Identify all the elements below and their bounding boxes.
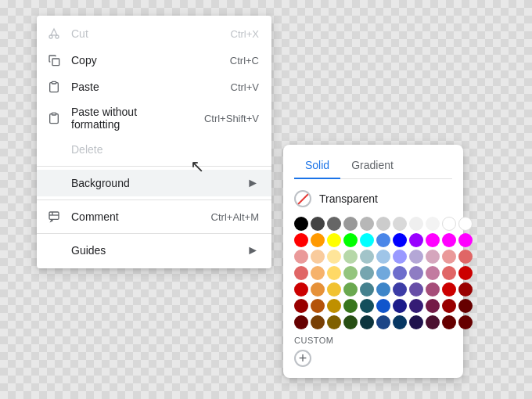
- color-dot[interactable]: [426, 299, 440, 313]
- background-arrow-icon: ►: [246, 176, 259, 190]
- menu-item-background[interactable]: Background ►: [37, 170, 271, 196]
- color-dot[interactable]: [360, 282, 374, 297]
- color-dot[interactable]: [393, 266, 407, 280]
- color-dot[interactable]: [458, 266, 473, 280]
- color-dot[interactable]: [426, 266, 440, 280]
- color-dot[interactable]: [376, 233, 390, 247]
- paste-no-format-label: Paste without formatting: [71, 106, 185, 131]
- color-dot[interactable]: [458, 233, 473, 247]
- color-dot[interactable]: [294, 315, 308, 329]
- custom-add-button[interactable]: +: [294, 350, 311, 367]
- color-dot[interactable]: [393, 315, 407, 329]
- paste-icon: [46, 79, 62, 95]
- color-dot[interactable]: [393, 299, 407, 313]
- svg-rect-5: [52, 113, 56, 115]
- color-dot[interactable]: [442, 315, 456, 329]
- color-dot[interactable]: [360, 233, 374, 247]
- color-dot[interactable]: [294, 250, 308, 264]
- menu-item-cut[interactable]: Cut Ctrl+X: [37, 20, 271, 47]
- color-dot[interactable]: [327, 266, 341, 280]
- color-dot[interactable]: [409, 217, 423, 231]
- color-dot[interactable]: [327, 315, 341, 329]
- color-dot[interactable]: [393, 250, 407, 264]
- color-dot[interactable]: [393, 282, 407, 297]
- svg-point-1: [56, 35, 59, 38]
- color-dot[interactable]: [327, 282, 341, 297]
- color-dot[interactable]: [294, 217, 308, 231]
- menu-item-copy[interactable]: Copy Ctrl+C: [37, 47, 271, 74]
- color-dot[interactable]: [426, 250, 440, 264]
- menu-item-comment[interactable]: Comment Ctrl+Alt+M: [37, 203, 271, 230]
- color-dot[interactable]: [343, 266, 358, 280]
- menu-item-guides[interactable]: Guides ►: [37, 237, 271, 264]
- color-dot[interactable]: [311, 266, 325, 280]
- color-dot[interactable]: [458, 299, 473, 313]
- tab-solid[interactable]: Solid: [294, 154, 340, 179]
- color-dot[interactable]: [294, 266, 308, 280]
- color-dot[interactable]: [343, 315, 358, 329]
- color-dot[interactable]: [294, 233, 308, 247]
- menu-divider-2: [37, 200, 271, 200]
- color-dot[interactable]: [327, 217, 341, 231]
- color-dot[interactable]: [311, 250, 325, 264]
- menu-item-paste-no-format[interactable]: Paste without formatting Ctrl+Shift+V: [37, 100, 271, 136]
- color-dot[interactable]: [409, 250, 423, 264]
- color-dot[interactable]: [442, 266, 456, 280]
- svg-rect-3: [52, 59, 59, 66]
- color-dot[interactable]: [426, 315, 440, 329]
- color-dot[interactable]: [409, 233, 423, 247]
- color-dot[interactable]: [311, 217, 325, 231]
- color-dot[interactable]: [458, 250, 473, 264]
- color-dot[interactable]: [311, 299, 325, 313]
- comment-shortcut: Ctrl+Alt+M: [211, 211, 259, 223]
- color-dot[interactable]: [376, 266, 390, 280]
- color-dot[interactable]: [360, 217, 374, 231]
- color-dot[interactable]: [376, 217, 390, 231]
- color-dot[interactable]: [360, 299, 374, 313]
- color-dot[interactable]: [376, 315, 390, 329]
- color-dot[interactable]: [458, 282, 473, 297]
- color-dot[interactable]: [360, 315, 374, 329]
- color-dot[interactable]: [442, 299, 456, 313]
- color-dot[interactable]: [393, 217, 407, 231]
- svg-rect-6: [49, 212, 59, 219]
- color-dot[interactable]: [442, 233, 456, 247]
- color-dot[interactable]: [442, 250, 456, 264]
- color-dot[interactable]: [294, 299, 308, 313]
- color-dot[interactable]: [327, 250, 341, 264]
- color-tabs: Solid Gradient: [294, 154, 452, 179]
- color-dot[interactable]: [458, 217, 473, 231]
- color-dot[interactable]: [343, 299, 358, 313]
- color-dot[interactable]: [343, 217, 358, 231]
- color-dot[interactable]: [442, 217, 456, 231]
- color-dot[interactable]: [327, 299, 341, 313]
- color-dot[interactable]: [458, 315, 473, 329]
- color-dot[interactable]: [311, 233, 325, 247]
- color-dot[interactable]: [409, 266, 423, 280]
- color-dot[interactable]: [343, 282, 358, 297]
- color-dot[interactable]: [376, 282, 390, 297]
- paste-shortcut: Ctrl+V: [231, 81, 259, 93]
- tab-gradient[interactable]: Gradient: [340, 154, 404, 179]
- color-dot[interactable]: [409, 299, 423, 313]
- color-dot[interactable]: [343, 250, 358, 264]
- color-dot[interactable]: [426, 217, 440, 231]
- color-dot[interactable]: [426, 282, 440, 297]
- color-dot[interactable]: [393, 233, 407, 247]
- transparent-icon: [294, 190, 311, 207]
- color-dot[interactable]: [343, 233, 358, 247]
- color-dot[interactable]: [360, 266, 374, 280]
- color-dot[interactable]: [376, 299, 390, 313]
- color-dot[interactable]: [360, 250, 374, 264]
- color-dot[interactable]: [426, 233, 440, 247]
- color-dot[interactable]: [294, 282, 308, 297]
- color-dot[interactable]: [409, 282, 423, 297]
- color-dot[interactable]: [409, 315, 423, 329]
- transparent-row[interactable]: Transparent: [294, 187, 452, 210]
- color-dot[interactable]: [327, 233, 341, 247]
- color-dot[interactable]: [442, 282, 456, 297]
- color-dot[interactable]: [376, 250, 390, 264]
- menu-item-paste[interactable]: Paste Ctrl+V: [37, 74, 271, 100]
- color-dot[interactable]: [311, 282, 325, 297]
- color-dot[interactable]: [311, 315, 325, 329]
